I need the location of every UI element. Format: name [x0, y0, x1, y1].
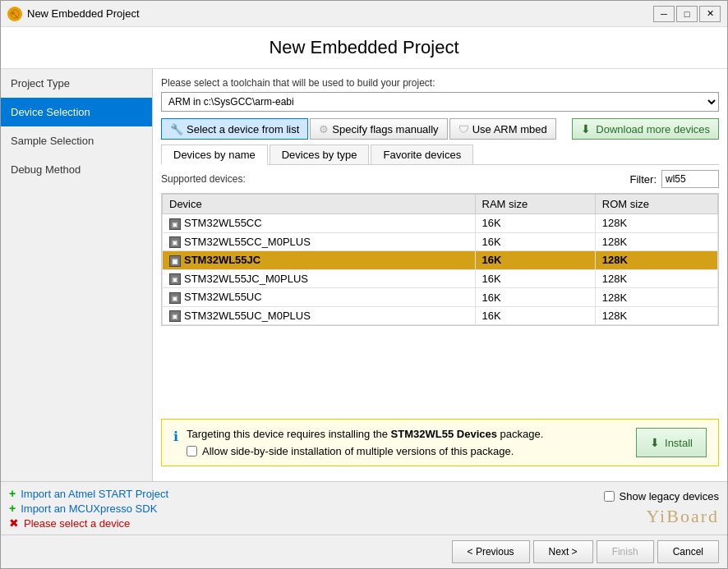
use-arm-mbed-button[interactable]: 🛡 Use ARM mbed: [449, 118, 556, 140]
finish-button[interactable]: Finish: [597, 540, 654, 563]
supported-header: Supported devices: Filter:: [161, 170, 719, 188]
show-legacy-row: Show legacy devices: [604, 490, 719, 502]
select-device-button[interactable]: 🔧 Select a device from list: [161, 118, 308, 140]
toolchain-label: Please select a toolchain that will be u…: [161, 77, 719, 89]
toolchain-select[interactable]: ARM in c:\SysGCC\arm-eabi: [161, 92, 719, 112]
watermark: YiBoard: [646, 506, 719, 527]
checkbox-row: Allow side-by-side installation of multi…: [187, 445, 628, 457]
install-down-icon: ⬇: [650, 436, 660, 449]
app-icon: [7, 7, 22, 21]
next-button[interactable]: Next >: [533, 540, 593, 563]
svg-point-1: [12, 11, 15, 15]
previous-button[interactable]: < Previous: [452, 540, 530, 563]
table-row[interactable]: ▣STM32WL55CC_M0PLUS 16K 128K: [163, 232, 718, 251]
import-atmel-link[interactable]: + Import an Atmel START Project: [9, 487, 604, 500]
col-rom: ROM size: [595, 195, 717, 214]
main-body: Project Type Device Selection Sample Sel…: [1, 69, 727, 481]
tab-devices-by-type[interactable]: Devices by type: [270, 145, 370, 164]
tab-devices-by-name[interactable]: Devices by name: [161, 145, 268, 165]
filter-input[interactable]: [661, 170, 719, 188]
device-table-container: Device RAM size ROM size ▣STM32WL55CC 16…: [161, 193, 719, 326]
col-ram: RAM size: [475, 195, 595, 214]
side-by-side-checkbox[interactable]: [187, 446, 197, 457]
toolbar: 🔧 Select a device from list ⚙ Specify fl…: [161, 118, 719, 140]
info-box-text: Targeting this device requires installin…: [187, 428, 628, 457]
col-device: Device: [163, 195, 476, 214]
download-devices-button[interactable]: ⬇ Download more devices: [572, 118, 719, 140]
bottom-right: Show legacy devices YiBoard: [604, 490, 719, 527]
table-header-row: Device RAM size ROM size: [163, 195, 718, 214]
supported-label: Supported devices:: [161, 173, 246, 185]
package-name: STM32WL55 Devices: [391, 428, 497, 440]
table-row[interactable]: ▣STM32WL55CC 16K 128K: [163, 214, 718, 233]
device-tabs: Devices by name Devices by type Favorite…: [161, 145, 719, 165]
plus-icon-mcu: +: [9, 502, 16, 515]
bottom-links: + Import an Atmel START Project + Import…: [9, 487, 604, 530]
table-row[interactable]: ▣STM32WL55UC_M0PLUS 16K 128K: [163, 306, 718, 325]
plus-icon-atmel: +: [9, 487, 16, 500]
minimize-button[interactable]: ─: [653, 6, 675, 22]
sidebar-item-device-selection[interactable]: Device Selection: [1, 98, 152, 126]
filter-row: Filter:: [630, 170, 720, 188]
close-button[interactable]: ✕: [699, 6, 721, 22]
title-bar: New Embedded Project ─ □ ✕: [1, 1, 727, 27]
flags-icon: ⚙: [319, 123, 329, 135]
window-controls: ─ □ ✕: [653, 6, 721, 22]
download-icon: ⬇: [581, 122, 591, 135]
maximize-button[interactable]: □: [676, 6, 698, 22]
error-message: Please select a device: [24, 517, 130, 530]
sidebar-item-project-type[interactable]: Project Type: [1, 69, 152, 98]
sidebar-item-debug-method[interactable]: Debug Method: [1, 155, 152, 184]
sidebar-item-sample-selection[interactable]: Sample Selection: [1, 126, 152, 155]
install-button[interactable]: ⬇ Install: [636, 428, 707, 457]
info-icon: ℹ: [173, 429, 178, 444]
error-icon: ✖: [9, 516, 19, 530]
main-title: New Embedded Project: [1, 27, 727, 69]
tab-favorite-devices[interactable]: Favorite devices: [371, 145, 473, 164]
show-legacy-label: Show legacy devices: [620, 490, 719, 502]
window: New Embedded Project ─ □ ✕ New Embedded …: [0, 0, 728, 569]
table-row[interactable]: ▣STM32WL55UC 16K 128K: [163, 288, 718, 307]
arm-mbed-icon: 🛡: [458, 123, 469, 135]
sidebar: Project Type Device Selection Sample Sel…: [1, 69, 153, 481]
select-device-icon: 🔧: [170, 123, 183, 135]
content-area: Please select a toolchain that will be u…: [153, 69, 727, 481]
info-message: Targeting this device requires installin…: [187, 428, 628, 440]
specify-flags-button[interactable]: ⚙ Specify flags manually: [310, 118, 447, 140]
info-box: ℹ Targeting this device requires install…: [161, 419, 719, 466]
bottom-bar: + Import an Atmel START Project + Import…: [1, 481, 727, 535]
show-legacy-checkbox[interactable]: [604, 491, 615, 502]
import-mcu-link[interactable]: + Import an MCUXpresso SDK: [9, 502, 604, 515]
table-row[interactable]: ▣STM32WL55JC 16K 128K: [163, 251, 718, 270]
error-row: ✖ Please select a device: [9, 516, 604, 530]
filter-label: Filter:: [630, 173, 657, 186]
device-table: Device RAM size ROM size ▣STM32WL55CC 16…: [162, 194, 718, 325]
nav-buttons: < Previous Next > Finish Cancel: [1, 535, 727, 568]
checkbox-label: Allow side-by-side installation of multi…: [202, 445, 514, 457]
window-title: New Embedded Project: [27, 7, 653, 20]
table-row[interactable]: ▣STM32WL55JC_M0PLUS 16K 128K: [163, 269, 718, 288]
cancel-button[interactable]: Cancel: [657, 540, 719, 563]
